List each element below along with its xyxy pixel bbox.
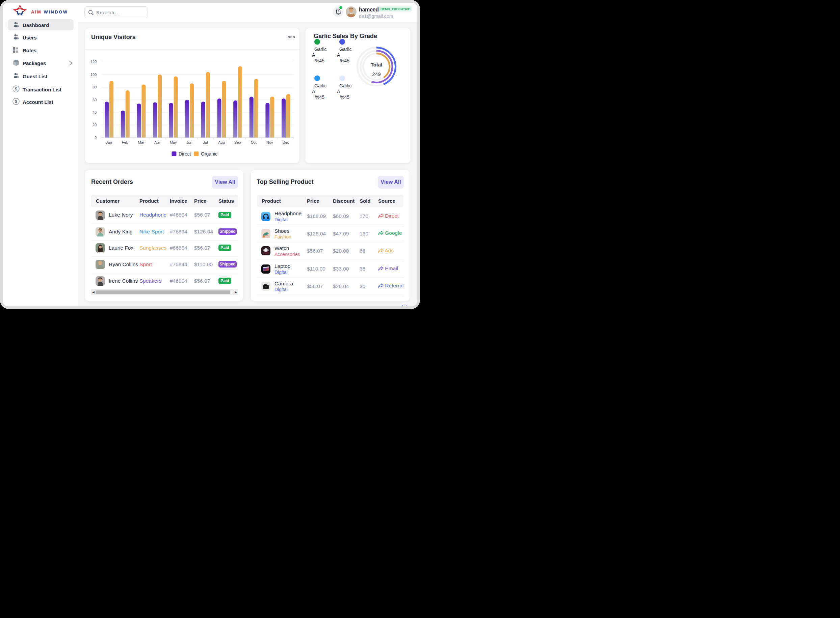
svg-text:Aug: Aug bbox=[218, 140, 225, 144]
svg-text:Mar: Mar bbox=[138, 140, 144, 144]
svg-text:Jul: Jul bbox=[203, 140, 208, 144]
svg-text:Total: Total bbox=[371, 62, 383, 67]
svg-text:249: 249 bbox=[372, 71, 381, 77]
svg-text:Organic: Organic bbox=[201, 151, 217, 156]
svg-text:0: 0 bbox=[95, 136, 97, 140]
svg-text:60: 60 bbox=[92, 98, 97, 102]
svg-text:Feb: Feb bbox=[122, 140, 128, 144]
svg-text:Jan: Jan bbox=[106, 140, 112, 144]
svg-text:120: 120 bbox=[91, 60, 97, 64]
svg-text:$: $ bbox=[15, 99, 17, 104]
svg-text:40: 40 bbox=[92, 110, 97, 114]
svg-text:Sep: Sep bbox=[234, 140, 241, 144]
svg-text:Direct: Direct bbox=[179, 151, 191, 156]
svg-text:Nov: Nov bbox=[267, 140, 273, 144]
svg-text:Oct: Oct bbox=[251, 140, 256, 144]
svg-text:100: 100 bbox=[91, 73, 97, 77]
svg-text:80: 80 bbox=[92, 85, 97, 89]
svg-text:$: $ bbox=[15, 87, 17, 91]
svg-text:Jun: Jun bbox=[186, 140, 192, 144]
svg-text:20: 20 bbox=[92, 123, 97, 127]
svg-text:May: May bbox=[170, 140, 177, 144]
svg-text:Apr: Apr bbox=[154, 140, 160, 144]
svg-text:Dec: Dec bbox=[283, 140, 289, 144]
